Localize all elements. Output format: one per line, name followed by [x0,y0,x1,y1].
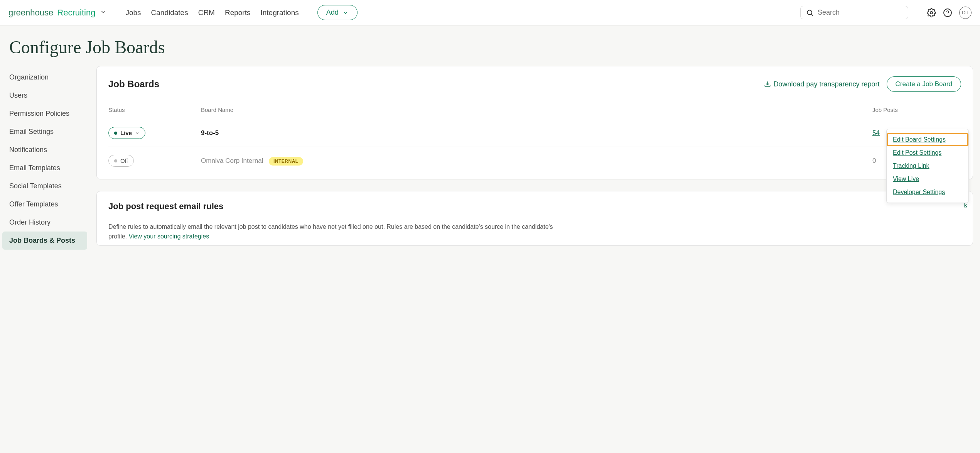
sourcing-strategies-link[interactable]: View your sourcing strategies. [128,233,211,240]
sidebar-item-permission-policies[interactable]: Permission Policies [0,105,89,123]
status-label: Off [120,157,128,164]
menu-edit-board-settings[interactable]: Edit Board Settings [887,133,968,146]
sidebar-item-email-settings[interactable]: Email Settings [0,123,89,141]
svg-point-2 [930,12,933,14]
status-pill-live[interactable]: Live [108,127,145,139]
status-dot-icon [114,132,117,135]
email-rules-body: Define rules to automatically email the … [108,222,571,242]
job-boards-table: Status Board Name Job Posts Live [108,103,961,169]
sidebar-item-order-history[interactable]: Order History [0,213,89,232]
avatar-initials: DT [962,10,968,15]
menu-tracking-link[interactable]: Tracking Link [887,159,968,172]
nav-candidates[interactable]: Candidates [151,8,188,17]
board-name: 9-to-5 [201,129,872,137]
top-icons: DT [927,7,972,19]
email-rules-title: Job post request email rules [108,201,961,211]
help-icon[interactable] [943,8,952,17]
table-row: Off Omniva Corp Internal INTERNAL 0 [108,147,961,169]
download-report-link[interactable]: Download pay transparency report [764,80,879,88]
status-dot-icon [114,159,117,162]
main-content: Job Boards Download pay transparency rep… [89,66,980,269]
sidebar-item-users[interactable]: Users [0,86,89,105]
top-nav: greenhouse Recruiting Jobs Candidates CR… [0,0,980,25]
sidebar-item-organization[interactable]: Organization [0,68,89,86]
nav-integrations[interactable]: Integrations [260,8,299,17]
create-job-board-button[interactable]: Create a Job Board [887,76,961,92]
nav-links: Jobs Candidates CRM Reports Integrations [125,8,299,17]
page-title: Configure Job Boards [0,25,980,66]
download-report-label: Download pay transparency report [773,80,879,88]
job-boards-card: Job Boards Download pay transparency rep… [96,66,973,179]
sidebar-item-notifications[interactable]: Notifications [0,141,89,159]
add-button[interactable]: Add [317,5,358,20]
search-icon [806,9,814,17]
brand-text-1: greenhouse [8,8,53,18]
status-label: Live [120,130,132,136]
internal-badge: INTERNAL [269,157,303,166]
board-name: Omniva Corp Internal [201,157,263,164]
search-input[interactable] [818,8,902,17]
job-boards-title: Job Boards [108,79,159,90]
col-status: Status [108,106,201,113]
col-board-name: Board Name [201,106,872,113]
chevron-down-icon[interactable] [100,8,107,15]
status-pill-off[interactable]: Off [108,155,134,167]
sidebar-item-job-boards-posts[interactable]: Job Boards & Posts [2,232,87,250]
chevron-down-icon [135,131,140,135]
sidebar-item-social-templates[interactable]: Social Templates [0,177,89,195]
sidebar: Organization Users Permission Policies E… [0,66,89,257]
nav-jobs[interactable]: Jobs [125,8,141,17]
svg-point-0 [807,10,812,15]
gear-icon[interactable] [927,8,936,17]
svg-line-1 [811,14,813,15]
brand-text-2: Recruiting [57,8,95,18]
table-row: Live 9-to-5 54 ••• [108,119,961,147]
sidebar-item-email-templates[interactable]: Email Templates [0,159,89,177]
email-rules-card: k Job post request email rules Define ru… [96,191,973,246]
menu-edit-post-settings[interactable]: Edit Post Settings [887,146,968,159]
download-icon [764,81,771,88]
sidebar-item-offer-templates[interactable]: Offer Templates [0,195,89,213]
search-field[interactable] [800,6,908,19]
col-job-posts: Job Posts [872,106,930,113]
row-actions-menu: Edit Board Settings Edit Post Settings T… [886,129,969,203]
nav-crm[interactable]: CRM [198,8,215,17]
add-button-label: Add [326,8,339,17]
menu-view-live[interactable]: View Live [887,172,968,186]
avatar[interactable]: DT [959,7,972,19]
chevron-down-icon [342,10,349,16]
job-posts-count-link[interactable]: 54 [872,129,880,137]
svg-point-3 [944,9,951,17]
nav-reports[interactable]: Reports [225,8,251,17]
menu-developer-settings[interactable]: Developer Settings [887,186,968,199]
brand-logo[interactable]: greenhouse Recruiting [8,8,107,18]
